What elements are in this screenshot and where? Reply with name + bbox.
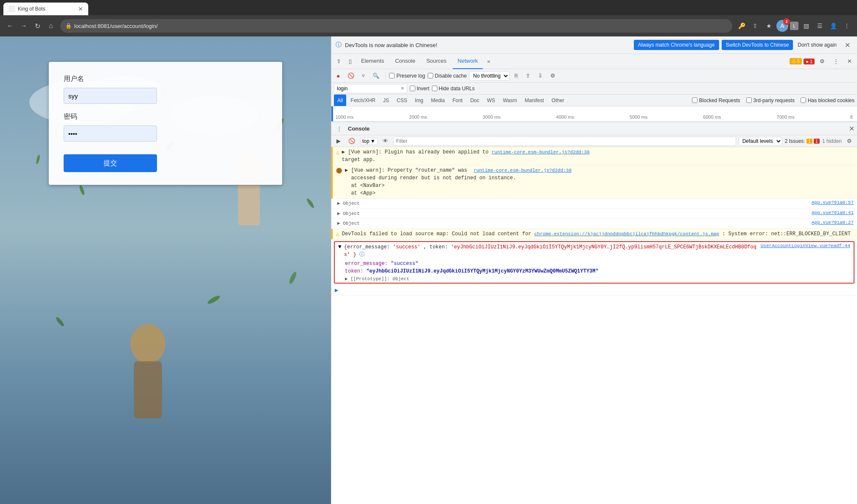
submit-button[interactable]: 提交 bbox=[64, 154, 157, 172]
devtools-close-main-button[interactable]: ✕ bbox=[844, 56, 855, 67]
obj-link-1[interactable]: App.vue?91a0:57 bbox=[812, 200, 854, 205]
import-button[interactable]: ⇧ bbox=[523, 71, 533, 80]
success-source-link[interactable]: UserAccountLoginView.vue?eadf:44 bbox=[761, 243, 850, 248]
filter-clear-button[interactable]: ✕ bbox=[400, 86, 404, 91]
filter-tab-css[interactable]: CSS bbox=[393, 95, 411, 106]
filter-tab-all[interactable]: All bbox=[334, 95, 346, 106]
console-entry-devtools-warn: △ DevTools failed to load source map: Co… bbox=[331, 229, 857, 239]
has-blocked-cookies-input[interactable] bbox=[801, 97, 806, 103]
devtools-tab-bar: ⇧ ▯ Elements Console Sources Network » ⚠… bbox=[331, 54, 857, 69]
banner-close-button[interactable]: ✕ bbox=[842, 40, 853, 50]
expand-icon-success[interactable]: ▼ bbox=[338, 244, 342, 250]
preserve-log-input[interactable] bbox=[389, 73, 395, 78]
always-match-button[interactable]: Always match Chrome's language bbox=[634, 40, 719, 50]
hide-data-urls-input[interactable] bbox=[432, 86, 437, 91]
console-link-1[interactable]: runtime-core.esm-bundler.js?d2dd:38 bbox=[492, 150, 590, 155]
tab-network[interactable]: Network bbox=[453, 54, 483, 69]
filter-tab-js[interactable]: JS bbox=[380, 95, 392, 106]
filter-tab-fetch[interactable]: Fetch/XHR bbox=[347, 95, 379, 106]
third-party-checkbox[interactable]: 3rd-party requests bbox=[746, 97, 795, 103]
clear-button[interactable]: 🚫 bbox=[345, 71, 357, 80]
share-button[interactable]: ⇧ bbox=[749, 20, 761, 32]
blocked-requests-input[interactable] bbox=[692, 97, 697, 103]
filter-button[interactable]: ▿ bbox=[359, 71, 367, 80]
network-settings-button[interactable]: ⚙ bbox=[548, 71, 558, 80]
device-tool-button[interactable]: ▯ bbox=[345, 56, 355, 67]
home-button[interactable]: ⌂ bbox=[45, 20, 57, 32]
dont-show-button[interactable]: Don't show again bbox=[795, 40, 839, 50]
obj-link-2[interactable]: App.vue?91a0:41 bbox=[812, 210, 854, 215]
console-text-devtools: DevTools failed to load source map: Coul… bbox=[342, 230, 854, 238]
throttling-select[interactable]: No throttling bbox=[469, 71, 510, 81]
svg-point-10 bbox=[306, 198, 315, 209]
obj-text-1[interactable]: ▶ Object bbox=[337, 200, 809, 207]
console-drag-handle[interactable]: ⋮ bbox=[334, 125, 344, 133]
console-clear-button[interactable]: 🚫 bbox=[346, 137, 358, 145]
filter-tab-media[interactable]: Media bbox=[428, 95, 448, 106]
default-levels-select[interactable]: Default levels bbox=[739, 137, 782, 145]
switch-chinese-button[interactable]: Switch DevTools to Chinese bbox=[722, 40, 793, 50]
obj-link-3[interactable]: App.vue?91a0:27 bbox=[812, 220, 854, 225]
invert-input[interactable] bbox=[410, 86, 415, 91]
disable-cache-checkbox[interactable]: Disable cache bbox=[428, 73, 467, 79]
network-filter-input[interactable] bbox=[337, 86, 400, 92]
profile-button[interactable]: ☰ bbox=[814, 20, 826, 32]
more-options-button[interactable]: ⋮ bbox=[830, 56, 842, 67]
filter-tab-manifest[interactable]: Manifest bbox=[521, 95, 547, 106]
username-input[interactable] bbox=[64, 88, 157, 104]
console-link-2[interactable]: runtime-core.esm-bundler.js?d2dd:38 bbox=[473, 168, 571, 173]
console-cursor-button[interactable]: ▶ bbox=[334, 137, 343, 145]
tab-elements[interactable]: Elements bbox=[356, 54, 389, 69]
settings-button[interactable]: ⚙ bbox=[816, 56, 828, 67]
console-close-button[interactable]: ✕ bbox=[849, 125, 854, 133]
hamburger-button[interactable]: ☰ bbox=[315, 43, 322, 53]
network-conditions-button[interactable]: ⎘ bbox=[512, 71, 521, 80]
console-filter-input[interactable] bbox=[393, 136, 736, 146]
filter-tab-doc[interactable]: Doc bbox=[467, 95, 482, 106]
key-icon-button[interactable]: 🔑 bbox=[736, 20, 748, 32]
context-selector[interactable]: top ▼ bbox=[360, 137, 378, 145]
tl-label-1: 2000 ms bbox=[409, 114, 427, 120]
active-tab[interactable]: King of Bots ✕ bbox=[3, 3, 88, 15]
preserve-log-checkbox[interactable]: Preserve log bbox=[389, 73, 425, 79]
extension-icon[interactable]: L bbox=[790, 22, 798, 30]
browser-chrome: ← → ↻ ⌂ 🔒 localhost:8081/user/account/lo… bbox=[0, 15, 857, 36]
blocked-requests-checkbox[interactable]: Blocked Requests bbox=[692, 97, 740, 103]
user-profile-button[interactable]: 👤 bbox=[827, 20, 839, 32]
console-eye-button[interactable]: 👁 bbox=[380, 137, 391, 145]
invert-checkbox[interactable]: Invert bbox=[410, 86, 429, 92]
info-circle-icon[interactable]: ⓘ bbox=[359, 252, 364, 258]
has-blocked-cookies-checkbox[interactable]: Has blocked cookies bbox=[801, 97, 854, 103]
filter-tab-wasm[interactable]: Wasm bbox=[499, 95, 521, 106]
tab-close-button[interactable]: ✕ bbox=[78, 6, 83, 12]
hide-data-urls-checkbox[interactable]: Hide data URLs bbox=[432, 86, 475, 92]
address-bar[interactable]: 🔒 localhost:8081/user/account/login/ bbox=[60, 19, 732, 33]
refresh-button[interactable]: ↻ bbox=[31, 20, 43, 32]
tab-sources[interactable]: Sources bbox=[421, 54, 452, 69]
filter-tab-other[interactable]: Other bbox=[548, 95, 568, 106]
console-output: △ ▶ [Vue warn]: Plugin has already been … bbox=[331, 147, 857, 504]
disable-cache-input[interactable] bbox=[428, 73, 433, 78]
extensions-button[interactable]: ▧ bbox=[800, 20, 812, 32]
obj-text-3[interactable]: ▶ Object bbox=[337, 220, 809, 227]
forward-button[interactable]: → bbox=[18, 20, 30, 32]
password-input[interactable] bbox=[64, 125, 157, 142]
cursor-tool-button[interactable]: ⇧ bbox=[333, 56, 344, 67]
search-button[interactable]: 🔍 bbox=[370, 71, 382, 80]
menu-button[interactable]: ⋮ bbox=[841, 20, 853, 32]
bookmark-button[interactable]: ★ bbox=[763, 20, 775, 32]
bottom-expand-arrow[interactable]: ▶ bbox=[335, 287, 338, 294]
filter-tab-img[interactable]: Img bbox=[412, 95, 427, 106]
third-party-input[interactable] bbox=[746, 97, 752, 103]
obj-text-2[interactable]: ▶ Object bbox=[337, 210, 809, 217]
tab-more-button[interactable]: » bbox=[484, 54, 493, 69]
devtools-warn-link[interactable]: chrome-extension://kjacjjdnoddnpbbcjilca… bbox=[535, 231, 720, 237]
export-button[interactable]: ⇩ bbox=[535, 71, 545, 80]
filter-tab-ws[interactable]: WS bbox=[484, 95, 499, 106]
back-button[interactable]: ← bbox=[4, 20, 16, 32]
record-button[interactable]: ● bbox=[334, 71, 342, 81]
tab-console[interactable]: Console bbox=[390, 54, 420, 69]
console-entry-text-2: ▶ [Vue warn]: Property "router_name" was bbox=[345, 167, 467, 173]
console-settings-button[interactable]: ⚙ bbox=[844, 137, 854, 145]
filter-tab-font[interactable]: Font bbox=[449, 95, 466, 106]
